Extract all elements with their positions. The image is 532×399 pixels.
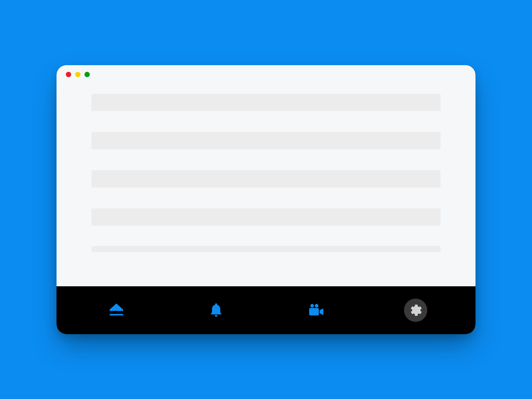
nav-video[interactable]	[304, 299, 328, 322]
content-area	[57, 84, 475, 286]
nav-settings[interactable]	[404, 299, 427, 322]
window-zoom-dot[interactable]	[84, 72, 90, 77]
window-titlebar	[57, 65, 475, 84]
app-window	[57, 65, 475, 334]
nav-home[interactable]	[105, 299, 128, 322]
home-flood-icon	[107, 301, 125, 319]
window-minimize-dot[interactable]	[75, 72, 80, 77]
placeholder-row	[91, 170, 441, 188]
svg-point-0	[310, 304, 314, 308]
placeholder-row	[91, 246, 441, 252]
video-camera-icon	[307, 301, 325, 319]
placeholder-row	[91, 208, 441, 226]
window-close-dot[interactable]	[66, 72, 71, 77]
gear-icon	[408, 303, 423, 318]
bell-icon	[208, 302, 224, 319]
bottom-nav	[57, 286, 475, 334]
nav-alerts[interactable]	[204, 299, 228, 322]
svg-point-1	[315, 304, 319, 308]
placeholder-row	[91, 94, 441, 111]
svg-rect-2	[309, 308, 319, 316]
placeholder-row	[91, 132, 441, 149]
